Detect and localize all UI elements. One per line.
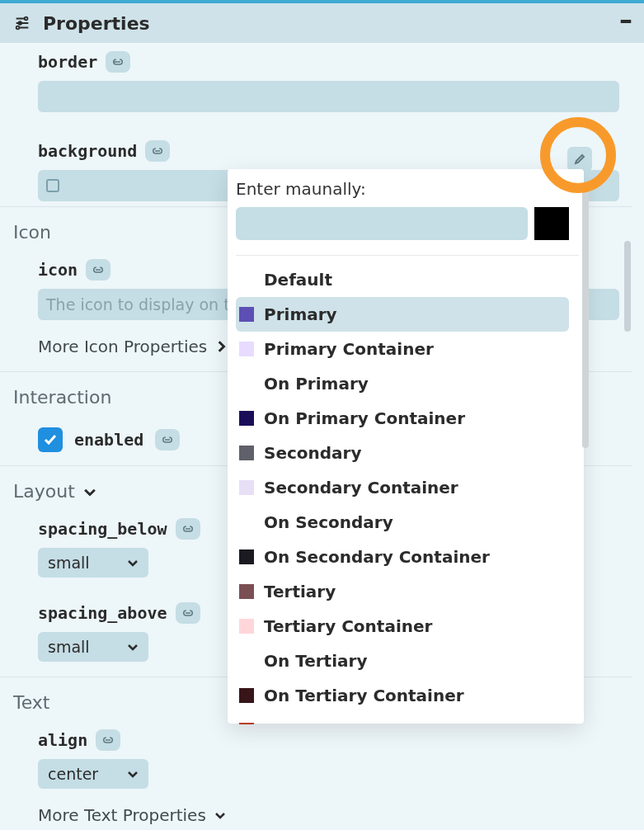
color-option-label: On Secondary Container — [264, 547, 490, 567]
prop-border: border — [0, 43, 632, 117]
select-value: small — [48, 638, 90, 656]
select-value: center — [48, 765, 98, 783]
color-option[interactable]: On Secondary Container — [236, 540, 569, 574]
color-swatch-icon — [239, 515, 254, 530]
color-option[interactable]: On Primary Container — [236, 401, 569, 436]
color-option[interactable]: Tertiary Container — [236, 609, 569, 644]
chevron-down-icon — [127, 769, 139, 779]
color-swatch-icon — [239, 688, 254, 703]
prop-label: background — [38, 141, 137, 161]
color-option[interactable]: Default — [236, 262, 569, 297]
color-swatch-icon — [239, 723, 254, 724]
color-option[interactable]: Error — [236, 713, 569, 724]
color-swatch-icon — [239, 307, 254, 322]
color-preview-swatch[interactable] — [534, 207, 569, 240]
color-option-label: On Tertiary — [264, 651, 367, 671]
color-option[interactable]: Secondary Container — [236, 470, 569, 505]
divider — [236, 255, 579, 256]
edit-color-button[interactable] — [567, 147, 592, 172]
panel-title: Properties — [43, 13, 150, 34]
color-option-label: On Primary Container — [264, 408, 465, 428]
color-picker-popup: Enter maunally: DefaultPrimaryPrimary Co… — [228, 169, 584, 724]
prop-label: align — [38, 730, 87, 750]
color-option[interactable]: On Tertiary Container — [236, 678, 569, 713]
chevron-down-icon — [214, 810, 226, 820]
color-option-label: On Primary — [264, 374, 369, 394]
color-swatch-icon — [239, 342, 254, 356]
placeholder-text: The icon to display on t — [46, 295, 230, 314]
color-option-label: Default — [264, 270, 332, 290]
link-icon[interactable] — [86, 259, 110, 281]
link-icon[interactable] — [176, 518, 200, 540]
link-icon[interactable] — [106, 51, 130, 73]
sliders-icon — [12, 12, 33, 34]
more-label: More Text Properties — [38, 805, 206, 825]
empty-color-icon — [46, 179, 59, 192]
minimize-icon[interactable]: – — [619, 20, 632, 26]
select-value: small — [48, 554, 90, 572]
chevron-down-icon — [127, 642, 139, 652]
color-option[interactable]: Primary — [236, 297, 569, 332]
color-option[interactable]: On Secondary — [236, 505, 569, 540]
link-icon[interactable] — [176, 602, 200, 624]
border-input[interactable] — [38, 81, 619, 112]
svg-point-2 — [16, 26, 20, 30]
popup-heading: Enter maunally: — [236, 179, 584, 199]
color-option-label: Error — [264, 720, 311, 724]
chevron-right-icon — [215, 341, 227, 352]
enabled-checkbox[interactable] — [38, 427, 63, 452]
color-swatch-icon — [239, 549, 254, 564]
color-option-label: Primary — [264, 304, 337, 324]
prop-label: enabled — [74, 430, 143, 450]
prop-label: spacing_above — [38, 603, 167, 623]
color-option-label: Tertiary — [264, 582, 336, 601]
panel-scrollbar[interactable] — [624, 241, 631, 332]
color-swatch-icon — [239, 584, 254, 599]
color-option[interactable]: Primary Container — [236, 332, 569, 366]
link-icon[interactable] — [96, 729, 120, 751]
color-option-label: Secondary Container — [264, 478, 458, 498]
more-label: More Icon Properties — [38, 337, 207, 356]
section-label: Interaction — [13, 387, 111, 408]
color-swatch-icon — [239, 376, 254, 391]
color-swatch-icon — [239, 619, 254, 634]
section-label: Layout — [13, 481, 75, 502]
color-option-label: On Tertiary Container — [264, 686, 464, 705]
color-swatch-icon — [239, 411, 254, 426]
color-option[interactable]: Secondary — [236, 436, 569, 470]
link-icon[interactable] — [145, 140, 170, 162]
chevron-down-icon — [83, 486, 96, 498]
color-option[interactable]: On Tertiary — [236, 644, 569, 678]
color-swatch-icon — [239, 653, 254, 668]
popup-scrollbar[interactable] — [582, 184, 589, 448]
color-text-input[interactable] — [236, 207, 528, 240]
spacing-above-select[interactable]: small — [38, 632, 148, 662]
panel-header: Properties – — [0, 0, 644, 43]
link-icon[interactable] — [155, 429, 180, 450]
color-swatch-icon — [239, 480, 254, 495]
svg-point-0 — [25, 17, 28, 21]
color-option[interactable]: Tertiary — [236, 574, 569, 609]
color-option-label: Secondary — [264, 443, 362, 463]
color-option-label: Primary Container — [264, 339, 434, 359]
prop-label: spacing_below — [38, 519, 167, 539]
section-label: Text — [13, 692, 50, 713]
color-swatch-icon — [239, 272, 254, 287]
color-option-label: On Secondary — [264, 512, 393, 532]
more-text-props[interactable]: More Text Properties — [0, 794, 632, 830]
chevron-down-icon — [127, 558, 139, 568]
color-option[interactable]: On Primary — [236, 366, 569, 401]
align-select[interactable]: center — [38, 759, 148, 789]
spacing-below-select[interactable]: small — [38, 548, 148, 578]
prop-label: icon — [38, 260, 78, 280]
prop-align: align center — [0, 721, 632, 794]
color-option-label: Tertiary Container — [264, 616, 432, 636]
color-swatch-icon — [239, 446, 254, 460]
color-role-list: DefaultPrimaryPrimary ContainerOn Primar… — [236, 262, 584, 724]
prop-label: border — [38, 52, 97, 72]
section-label: Icon — [13, 222, 51, 243]
